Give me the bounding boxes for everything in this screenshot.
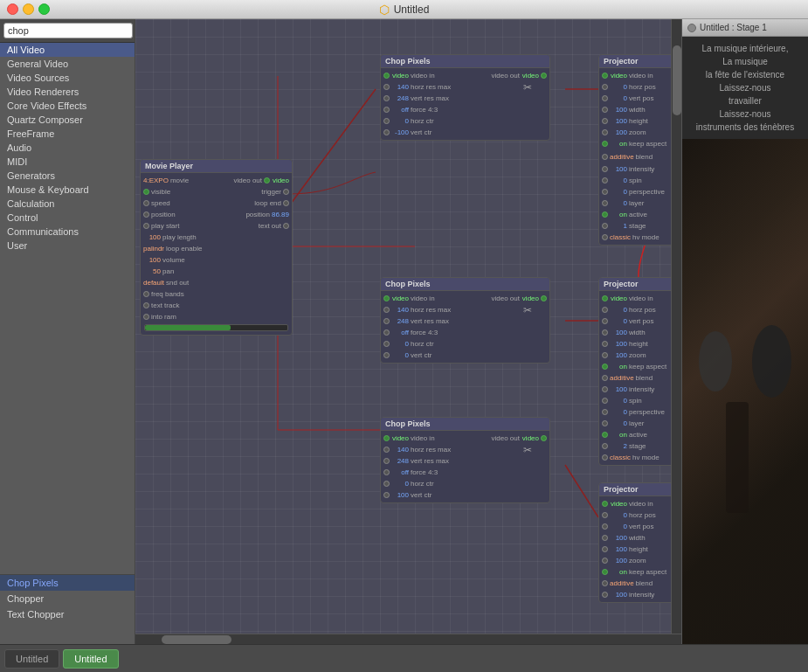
titlebar: ⬡ Untitled [0,0,808,19]
node-row: 0 vert pos [599,93,681,104]
node-movie-player[interactable]: Movie Player 4:EXPO movie video out vide… [140,159,293,336]
window-title: ⬡ Untitled [379,3,430,17]
node-row: 0 vert pos [599,315,681,327]
search-input[interactable] [3,23,133,38]
node-row: classic hv mode [599,452,681,463]
category-general-video[interactable]: General Video [0,57,135,71]
node-row: 0 spin [599,175,681,186]
node-row: 248 vert res max [381,315,549,327]
node-row: 248 vert res max [381,93,549,104]
tab-untitled-2[interactable]: Untitled [63,649,118,669]
scissors-icon-3: ✂ [523,444,532,456]
canvas-horizontal-scrollbar[interactable] [135,634,681,644]
node-row: palindr loop enable [141,243,292,254]
node-row: 0 horz ctr [381,338,549,350]
node-row: 0 perspective [599,186,681,197]
node-row: off force 4:3 [381,467,549,478]
category-calculation[interactable]: Calculation [0,197,135,211]
node-row: 140 horz res max✂ [381,444,549,455]
node-chop-pixels-2[interactable]: Chop Pixels video video in video out vid… [380,277,550,364]
node-row: speed loop end [141,197,292,209]
category-video-renderers[interactable]: Video Renderers [0,85,135,99]
category-list: All Video General Video Video Sources Vi… [0,43,135,574]
node-row: 100 play length [141,232,292,243]
node-row: video video in video out video [381,293,549,304]
node-row: 100 intensity [599,384,681,395]
node-chop-pixels-2-body: video video in video out video 140 horz … [381,291,549,363]
node-row: on active [599,429,681,440]
node-row: -100 vert ctr [381,127,549,138]
category-all-video[interactable]: All Video [0,43,135,57]
node-row: 0 layer [599,418,681,429]
node-chop-pixels-1-title: Chop Pixels [381,55,549,68]
node-row: 100 vert ctr [381,489,549,501]
stage-dot [687,24,696,32]
main-content: ✕ ⊕ ▶ All Video General Video Video Sour… [0,19,808,644]
node-row: into ram [141,311,292,322]
scissors-icon-2: ✂ [523,304,532,316]
category-video-sources[interactable]: Video Sources [0,71,135,85]
node-projector-1-title: Projector [599,55,681,68]
minimize-button[interactable] [23,3,34,15]
fullscreen-button[interactable] [38,3,50,15]
category-control[interactable]: Control [0,211,135,225]
category-freeframe[interactable]: FreeFrame [0,127,135,141]
node-row: video video in [599,70,681,81]
node-row: 0 horz ctr [381,478,549,489]
node-projector-3[interactable]: Projector video video in 0 horz pos 0 ve… [598,482,681,603]
node-row: 0 horz pos [599,509,681,521]
tab-untitled-1[interactable]: Untitled [4,649,59,669]
node-projector-1[interactable]: Projector video video in 0 horz pos 0 ve… [598,54,681,246]
category-midi[interactable]: MIDI [0,155,135,169]
canvas-vertical-scrollbar[interactable] [671,19,681,634]
node-row: 50 pan [141,266,292,277]
close-button[interactable] [7,3,18,15]
movie-progress-bar [144,324,288,331]
plugin-chop-pixels[interactable]: Chop Pixels [0,575,135,591]
sidebar: ✕ ⊕ ▶ All Video General Video Video Sour… [0,19,135,644]
node-chop-pixels-3[interactable]: Chop Pixels video video in video out vid… [380,417,550,503]
node-projector-2-title: Projector [599,278,681,291]
category-user[interactable]: User [0,239,135,253]
node-row: 100 zoom [599,127,681,138]
node-chop-pixels-1-body: video video in video out video 140 horz … [381,68,549,140]
node-row: 0 layer [599,197,681,209]
node-projector-2[interactable]: Projector video video in 0 horz pos 0 ve… [598,277,681,466]
node-row: video video in [599,498,681,509]
node-movie-player-body: 4:EXPO movie video out video visible tri… [141,173,292,335]
plugin-list: Chop Pixels Chopper Text Chopper [0,574,135,644]
node-row: 4:EXPO movie video out video [141,175,292,186]
category-audio[interactable]: Audio [0,141,135,155]
node-row: off force 4:3 [381,104,549,115]
stage-text-line-5: travailler [687,94,803,107]
node-row: 100 height [599,338,681,350]
category-communications[interactable]: Communications [0,225,135,239]
node-row: 100 width [599,104,681,115]
node-row: text track [141,300,292,311]
node-projector-3-body: video video in 0 horz pos 0 vert pos 100… [599,496,681,602]
node-row: visible trigger [141,186,292,197]
node-row: 0 spin [599,395,681,406]
node-row: freq bands [141,288,292,300]
node-row: 100 height [599,115,681,127]
plugin-text-chopper[interactable]: Text Chopper [0,606,135,622]
category-mouse-keyboard[interactable]: Mouse & Keyboard [0,183,135,197]
node-row: 0 horz pos [599,304,681,315]
node-row: 0 vert pos [599,521,681,532]
node-chop-pixels-1[interactable]: Chop Pixels video video in video out vid… [380,54,550,141]
category-core-video-effects[interactable]: Core Video Effects [0,99,135,113]
node-row: 140 horz res max ✂ [381,81,549,93]
node-row: 2 stage [599,440,681,452]
node-row: 100 width [599,532,681,544]
node-row: 100 zoom [599,555,681,566]
stage-text-line-6: Laissez-nous [687,107,803,121]
node-row: 1 stage [599,220,681,232]
node-row: 100 volume [141,254,292,266]
category-generators[interactable]: Generators [0,169,135,183]
node-row: 0 horz pos [599,81,681,93]
category-quartz-composer[interactable]: Quartz Composer [0,113,135,127]
plugin-chopper[interactable]: Chopper [0,591,135,606]
node-projector-1-body: video video in 0 horz pos 0 vert pos 100… [599,68,681,245]
canvas-area[interactable]: Movie Player 4:EXPO movie video out vide… [135,19,681,644]
node-row: additive blend 🔊 [599,149,681,163]
